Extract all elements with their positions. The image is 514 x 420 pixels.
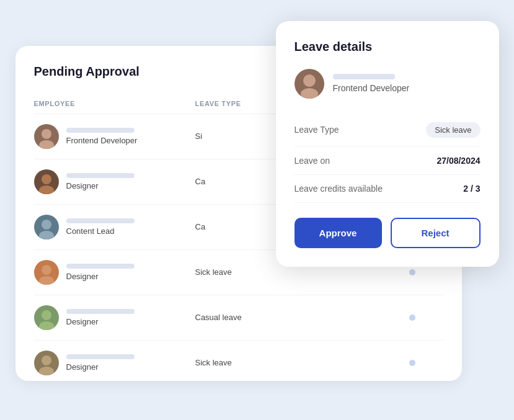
leave-type: Sick leave	[195, 267, 381, 277]
leave-on-value: 27/08/2024	[436, 156, 480, 166]
modal-employee: Frontend Developer	[295, 69, 481, 99]
svg-point-7	[39, 276, 54, 285]
modal-employee-info: Frontend Developer	[333, 74, 410, 93]
name-placeholder	[66, 173, 135, 178]
modal-actions: Approve Reject	[295, 218, 481, 248]
avatar	[34, 169, 59, 194]
leave-type: Casual leave	[195, 313, 381, 322]
employee-name: Designer	[66, 317, 135, 326]
leave-type-label: Leave Type	[295, 125, 339, 135]
svg-point-4	[42, 220, 51, 230]
avatar	[34, 351, 59, 375]
employee-info: Frontend Developer	[66, 128, 138, 145]
days-cell	[381, 360, 443, 366]
name-placeholder	[66, 309, 135, 314]
svg-point-5	[39, 231, 54, 239]
days-dot	[409, 269, 415, 275]
reject-button[interactable]: Reject	[391, 218, 481, 248]
leave-credits-value: 2 / 3	[463, 184, 480, 194]
sick-leave-badge: Sick leave	[426, 122, 480, 138]
employee-name: Content Lead	[66, 226, 135, 236]
employee-name: Designer	[66, 272, 135, 281]
avatar	[34, 305, 59, 330]
employee-name: Designer	[66, 362, 135, 372]
employee-info: Designer	[66, 173, 135, 190]
name-placeholder	[66, 218, 135, 223]
svg-point-3	[39, 185, 54, 194]
employee-info: Designer	[66, 264, 135, 281]
modal-name-placeholder	[333, 74, 395, 79]
modal-avatar	[295, 69, 324, 99]
days-dot	[409, 315, 415, 321]
days-dot	[409, 360, 415, 366]
svg-point-10	[42, 355, 51, 365]
leave-details-modal: Leave details Frontend Developer Leave T…	[276, 21, 499, 267]
employee-cell: Designer	[34, 169, 195, 194]
svg-point-9	[39, 321, 54, 330]
svg-point-0	[42, 129, 51, 139]
name-placeholder	[66, 354, 135, 359]
employee-name: Frontend Developer	[66, 136, 138, 145]
employee-cell: Designer	[34, 260, 195, 285]
table-row[interactable]: Designer Sick leave	[34, 341, 443, 381]
employee-info: Content Lead	[66, 218, 135, 236]
modal-title: Leave details	[295, 40, 481, 54]
days-cell	[381, 315, 443, 321]
svg-point-2	[42, 174, 51, 184]
days-cell	[381, 269, 443, 275]
employee-cell: Frontend Developer	[34, 124, 195, 149]
svg-point-6	[42, 265, 51, 275]
svg-point-1	[39, 140, 54, 149]
leave-credits-row: Leave credits available 2 / 3	[295, 175, 481, 203]
svg-point-12	[303, 74, 316, 87]
leave-credits-label: Leave credits available	[295, 184, 383, 194]
employee-info: Designer	[66, 354, 135, 372]
avatar	[34, 215, 59, 239]
leave-type: Sick leave	[195, 358, 381, 367]
svg-point-11	[39, 367, 54, 375]
svg-point-8	[42, 310, 51, 320]
leave-on-row: Leave on 27/08/2024	[295, 147, 481, 175]
employee-name: Designer	[66, 181, 135, 190]
employee-cell: Designer	[34, 351, 195, 375]
svg-point-13	[301, 88, 318, 99]
leave-on-label: Leave on	[295, 156, 330, 166]
col-employee: EMPLOYEE	[34, 100, 195, 107]
name-placeholder	[66, 128, 135, 133]
approve-button[interactable]: Approve	[295, 218, 382, 248]
employee-cell: Designer	[34, 305, 195, 330]
avatar	[34, 124, 59, 149]
name-placeholder	[66, 264, 135, 269]
table-row[interactable]: Designer Casual leave	[34, 295, 443, 341]
leave-type-row: Leave Type Sick leave	[295, 114, 481, 147]
avatar	[34, 260, 59, 285]
modal-role: Frontend Developer	[333, 83, 410, 93]
employee-cell: Content Lead	[34, 215, 195, 239]
employee-info: Designer	[66, 309, 135, 326]
